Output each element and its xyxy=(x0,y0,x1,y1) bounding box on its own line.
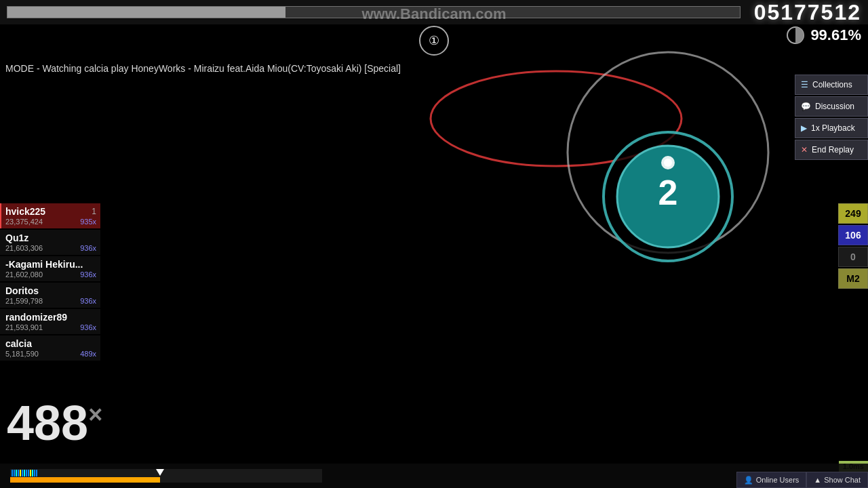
lb-score: 21,603,306 xyxy=(5,244,43,252)
right-stats-panel: 2491060M2 xyxy=(838,203,868,289)
lb-score: 23,375,424 xyxy=(5,218,43,226)
lb-score: 21,599,798 xyxy=(5,297,43,305)
timeline[interactable] xyxy=(10,469,322,483)
timeline-tick xyxy=(14,470,15,476)
lb-rank: 1 xyxy=(92,207,96,216)
timeline-tick xyxy=(32,470,33,476)
timeline-tick xyxy=(22,470,23,476)
timeline-progress xyxy=(10,477,160,483)
lb-player-name: Qu1z xyxy=(5,232,28,243)
lb-combo: 935x xyxy=(80,218,96,226)
bottom-right-buttons: 👤 Online Users ▲ Show Chat xyxy=(736,472,868,488)
timeline-tick xyxy=(12,470,13,476)
leaderboard-entry: -Kagami Hekiru... 21,602,080 936x xyxy=(0,256,100,281)
combo-x: × xyxy=(88,401,102,428)
game-area: 2 xyxy=(0,0,868,488)
game-canvas: 2 xyxy=(0,0,868,461)
lb-player-name: randomizer89 xyxy=(5,312,67,323)
lb-score: 21,602,080 xyxy=(5,270,43,279)
timeline-tick xyxy=(24,470,25,476)
stat-box: M2 xyxy=(838,268,868,289)
timeline-tick xyxy=(18,470,19,476)
lb-player-name: calcia xyxy=(5,338,32,349)
timeline-tick xyxy=(26,470,27,476)
leaderboard-entry: calcia 5,181,590 489x xyxy=(0,336,100,361)
stat-box: 249 xyxy=(838,203,868,224)
timeline-tick xyxy=(30,470,31,476)
lb-score: 21,593,901 xyxy=(5,323,43,331)
online-users-button[interactable]: 👤 Online Users xyxy=(736,472,807,488)
lb-player-name: hvick225 xyxy=(5,206,45,217)
lb-player-name: Doritos xyxy=(5,285,39,296)
hit-circle-number: 2 xyxy=(658,173,678,212)
leaderboard-entry: randomizer89 21,593,901 936x xyxy=(0,309,100,334)
timeline-objects xyxy=(10,469,322,477)
cursor-inner xyxy=(664,159,672,167)
lb-combo: 936x xyxy=(80,270,96,279)
show-chat-button[interactable]: ▲ Show Chat xyxy=(806,472,868,488)
lb-combo: 936x xyxy=(80,323,96,331)
timeline-tick xyxy=(34,470,35,476)
timeline-cursor xyxy=(156,469,164,483)
lb-combo: 936x xyxy=(80,297,96,305)
lb-score: 5,181,590 xyxy=(5,350,39,358)
timeline-wrapper xyxy=(3,464,329,488)
stat-box: 0 xyxy=(838,247,868,267)
bottom-bar: 👤 Online Users ▲ Show Chat xyxy=(0,464,868,488)
lb-player-name: -Kagami Hekiru... xyxy=(5,259,83,270)
cursor-triangle xyxy=(156,469,164,476)
online-users-label: Online Users xyxy=(756,476,800,484)
leaderboard: hvick225 1 23,375,424 935x Qu1z 21,603,3… xyxy=(0,203,100,362)
leaderboard-entry: hvick225 1 23,375,424 935x xyxy=(0,203,100,228)
combo-display: 488× xyxy=(7,399,102,447)
combo-number: 488 xyxy=(7,396,88,450)
online-users-icon: 👤 xyxy=(744,476,753,485)
leaderboard-entry: Qu1z 21,603,306 936x xyxy=(0,230,100,255)
lb-combo: 936x xyxy=(80,244,96,252)
timeline-tick xyxy=(16,470,17,476)
show-chat-label: Show Chat xyxy=(824,476,861,484)
timeline-tick xyxy=(20,470,21,476)
timeline-tick xyxy=(28,470,29,476)
show-chat-icon: ▲ xyxy=(814,476,821,484)
timeline-tick xyxy=(36,470,37,476)
leaderboard-entry: Doritos 21,599,798 936x xyxy=(0,283,100,308)
stat-box: 106 xyxy=(838,225,868,245)
lb-combo: 489x xyxy=(80,350,96,358)
